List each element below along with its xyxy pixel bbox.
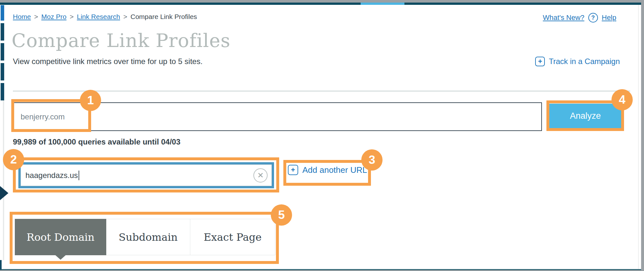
app-top-bar-highlight — [361, 3, 404, 5]
add-another-url-label: Add another URL — [302, 165, 367, 175]
page-title: Compare Link Profiles — [12, 30, 231, 51]
sidenav-sliver-active — [1, 5, 4, 21]
annotation-number-4: 4 — [611, 89, 633, 110]
sidenav-sliver-item — [1, 43, 4, 61]
header-links: What's New? ? Help — [543, 13, 616, 23]
sidenav-sliver-bottom — [0, 260, 2, 270]
add-another-url-button[interactable]: + Add another URL — [288, 165, 367, 175]
url-input-2-inner: haagendazs.us ✕ — [21, 164, 272, 186]
annotation-number-1: 1 — [80, 90, 101, 111]
sidenav-edge-line — [3, 100, 4, 260]
annotation-number-2: 2 — [3, 149, 24, 170]
tab-root-domain-label: Root Domain — [27, 231, 95, 243]
track-in-campaign-label: Track in a Campaign — [549, 57, 620, 66]
window-right-border — [641, 0, 644, 271]
sidenav-sliver-item — [1, 83, 4, 100]
url-input-2-text: haagendazs.us — [25, 171, 78, 180]
compare-link-profiles-page: Home > Moz Pro > Link Research > Compare… — [0, 0, 644, 271]
analyze-button[interactable]: Analyze — [549, 104, 621, 128]
tab-exact-page[interactable]: Exact Page — [190, 219, 275, 255]
url-input-1-value: benjerry.com — [21, 112, 65, 121]
whats-new-link[interactable]: What's New? — [543, 14, 584, 22]
content-right-edge — [638, 5, 639, 269]
page-subtitle: View competitive link metrics over time … — [13, 57, 203, 66]
annotation-number-3: 3 — [361, 149, 383, 171]
tab-subdomain[interactable]: Subdomain — [106, 219, 190, 255]
header-divider — [13, 90, 630, 92]
clear-input-icon[interactable]: ✕ — [253, 168, 268, 182]
breadcrumb-moz-pro[interactable]: Moz Pro — [41, 13, 66, 21]
url-input-2-value: haagendazs.us — [25, 171, 253, 180]
url-input-2[interactable]: haagendazs.us ✕ — [18, 162, 274, 188]
collapsed-panel-arrow-icon[interactable] — [0, 186, 8, 200]
selected-tab-pointer — [55, 255, 66, 260]
tab-root-domain[interactable]: Root Domain — [15, 219, 106, 255]
queries-available-note: 99,989 of 100,000 queries available unti… — [13, 137, 180, 146]
breadcrumb-home[interactable]: Home — [13, 13, 31, 21]
window-top-border — [0, 0, 644, 3]
breadcrumb: Home > Moz Pro > Link Research > Compare… — [13, 13, 197, 21]
plus-icon: + — [288, 165, 298, 175]
help-icon[interactable]: ? — [588, 13, 598, 23]
breadcrumb-link-research[interactable]: Link Research — [77, 13, 120, 21]
breadcrumb-current-page: Compare Link Profiles — [130, 13, 197, 21]
subtitle-row: View competitive link metrics over time … — [13, 57, 620, 66]
annotation-number-5: 5 — [271, 204, 292, 226]
help-link[interactable]: Help — [602, 14, 616, 22]
app-top-bar — [0, 3, 644, 5]
breadcrumb-separator: > — [70, 13, 73, 21]
plus-icon: + — [535, 57, 545, 66]
scope-tab-strip: Root Domain Subdomain Exact Page — [15, 219, 275, 255]
text-cursor — [79, 171, 79, 180]
track-in-campaign-button[interactable]: + Track in a Campaign — [535, 57, 620, 66]
sidenav-sliver-item — [1, 23, 4, 41]
breadcrumb-separator: > — [34, 13, 38, 21]
sidenav-sliver-item — [1, 63, 4, 80]
breadcrumb-separator: > — [123, 13, 127, 21]
